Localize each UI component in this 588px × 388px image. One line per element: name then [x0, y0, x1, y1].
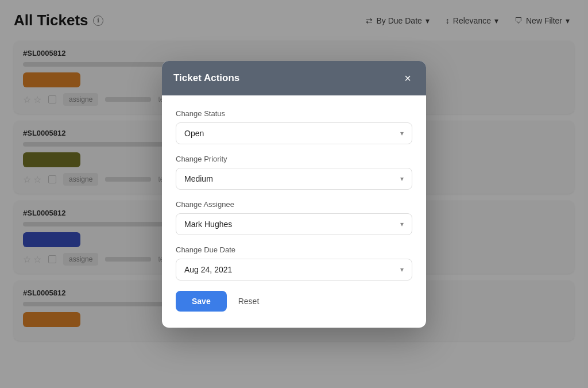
- due-date-field-group: Change Due Date Aug 24, 2021 ▾: [176, 245, 412, 281]
- due-date-chevron-icon: ▾: [400, 266, 404, 274]
- reset-button[interactable]: Reset: [236, 291, 262, 312]
- modal-header: Ticket Actions ×: [162, 61, 426, 95]
- assignee-value: Mark Hughes: [184, 220, 232, 229]
- modal-title: Ticket Actions: [173, 72, 239, 84]
- modal-overlay: Ticket Actions × Change Status Open ▾ Ch…: [0, 0, 588, 388]
- priority-label: Change Priority: [176, 155, 412, 163]
- modal-actions: Save Reset: [176, 291, 412, 312]
- save-button[interactable]: Save: [176, 291, 227, 312]
- due-date-value: Aug 24, 2021: [184, 265, 232, 274]
- modal-close-button[interactable]: ×: [401, 71, 415, 85]
- status-field-group: Change Status Open ▾: [176, 109, 412, 144]
- priority-value: Medium: [184, 174, 213, 183]
- assignee-select[interactable]: Mark Hughes ▾: [176, 213, 412, 235]
- assignee-chevron-icon: ▾: [400, 220, 404, 228]
- assignee-label: Change Assignee: [176, 200, 412, 209]
- assignee-field-group: Change Assignee Mark Hughes ▾: [176, 200, 412, 235]
- priority-chevron-icon: ▾: [400, 175, 404, 183]
- status-chevron-icon: ▾: [400, 129, 404, 137]
- due-date-label: Change Due Date: [176, 245, 412, 254]
- priority-select[interactable]: Medium ▾: [176, 168, 412, 190]
- status-label: Change Status: [176, 109, 412, 118]
- ticket-actions-modal: Ticket Actions × Change Status Open ▾ Ch…: [162, 61, 426, 328]
- status-value: Open: [184, 129, 204, 138]
- modal-body: Change Status Open ▾ Change Priority Med…: [162, 95, 426, 328]
- priority-field-group: Change Priority Medium ▾: [176, 155, 412, 190]
- status-select[interactable]: Open ▾: [176, 122, 412, 144]
- due-date-select[interactable]: Aug 24, 2021 ▾: [176, 259, 412, 281]
